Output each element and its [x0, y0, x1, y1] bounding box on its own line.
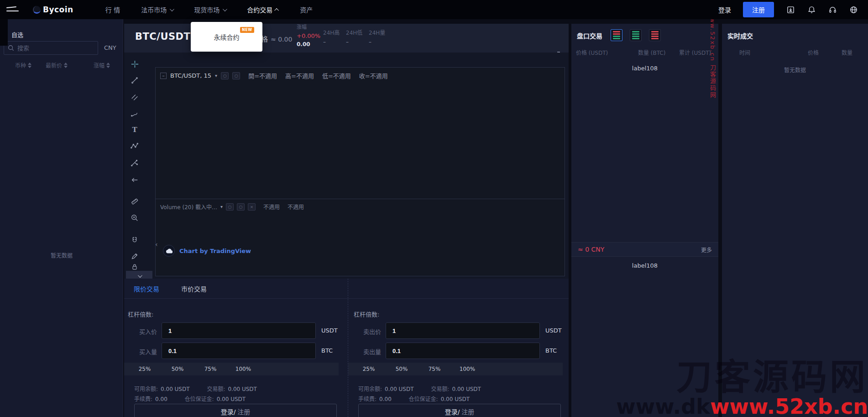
nav-item-market[interactable]: 行 情 [105, 5, 120, 14]
legend-open-value: 開=不適用 [248, 71, 277, 80]
buy-form-column: 买入价 USDT 买入量 BTC 25% 50% 75% 100% 可用余额:0… [124, 279, 342, 417]
buy-amount-label: 买入量 [124, 347, 157, 356]
sell-percent-75[interactable]: 75% [418, 363, 451, 375]
volume-label[interactable]: Volume (20) 載入中… [160, 203, 217, 211]
orderbook-placeholder-row: label108 [571, 262, 718, 269]
buy-percent-100[interactable]: 100% [227, 363, 260, 375]
buy-amount-row: 买入量 BTC [124, 343, 342, 359]
column-symbol[interactable]: 币种 [15, 61, 31, 69]
chart-plot-area[interactable]: – BTC/USDT, 15 ▾ ○ ○ 開=不適用 高=不適用 低=不適用 收… [155, 67, 565, 276]
sell-price-input[interactable] [386, 322, 540, 339]
arrow-left-icon[interactable] [128, 174, 141, 186]
legend-symbol[interactable]: BTC/USDT, 15 [170, 72, 211, 79]
trend-line-icon[interactable] [128, 74, 141, 87]
column-change[interactable]: 涨幅 [94, 61, 110, 69]
forecast-tool-icon[interactable] [128, 157, 141, 169]
sell-login-register-button[interactable]: 登录/注册 [358, 404, 561, 417]
orderbook-view-switcher [611, 29, 661, 41]
dropdown-item-perpetual[interactable]: 永续合约 NEW [214, 32, 240, 42]
download-app-icon[interactable] [786, 5, 795, 14]
orderbook-title: 盘口交易 [577, 31, 602, 40]
chart-legend: – BTC/USDT, 15 ▾ ○ ○ 開=不適用 高=不適用 低=不適用 收… [160, 71, 388, 80]
indicator-close-icon[interactable]: × [248, 203, 256, 211]
chevron-down-icon [223, 7, 227, 11]
buy-price-input[interactable] [162, 322, 316, 339]
currency-selector[interactable]: CNY [104, 44, 116, 51]
buy-percent-75[interactable]: 75% [194, 363, 227, 375]
nav-item-spot[interactable]: 现货市场 [194, 5, 226, 14]
buy-percent-50[interactable]: 50% [161, 363, 194, 375]
collapse-legend-icon[interactable]: – [160, 73, 167, 79]
buy-fee-line: 手续费:0.00 仓位保证金:0.00 USDT [134, 395, 246, 402]
tradingview-logo-icon [163, 245, 175, 257]
brand-logo[interactable]: Bycoin [33, 5, 73, 14]
legend-high-value: 高=不適用 [285, 71, 314, 80]
trades-col-price: 价格 [808, 48, 819, 56]
ruler-icon[interactable] [128, 195, 141, 208]
language-globe-icon[interactable] [849, 5, 858, 14]
chevron-down-icon[interactable]: ▾ [220, 204, 223, 209]
legend-settings-icon[interactable]: ○ [232, 72, 240, 79]
sell-percent-25[interactable]: 25% [352, 363, 385, 375]
notifications-bell-icon[interactable] [807, 5, 816, 14]
sell-price-row: 卖出价 USDT [348, 322, 566, 339]
orderbook-panel: 盘口交易 价格 (USDT) 数量 (BTC) 累计 (USDT) label1… [571, 24, 718, 417]
sell-amount-label: 卖出量 [348, 347, 381, 356]
hamburger-menu-icon[interactable] [6, 6, 20, 13]
orderbook-placeholder-row: label108 [571, 65, 718, 72]
brand-logo-icon [33, 6, 41, 14]
search-input[interactable] [17, 45, 86, 52]
indicator-eye-icon[interactable]: ○ [226, 203, 234, 211]
column-last-price[interactable]: 最新价 [46, 61, 68, 69]
orderbook-col-price: 价格 (USDT) [576, 48, 608, 56]
pane-divider[interactable] [156, 199, 565, 199]
sell-percent-strip: 25% 50% 75% 100% [348, 363, 563, 375]
trades-col-time: 时间 [739, 48, 750, 56]
buy-price-unit: USDT [321, 327, 338, 334]
crosshair-icon[interactable] [128, 58, 141, 70]
brush-icon[interactable] [128, 107, 141, 120]
search-box[interactable] [4, 41, 98, 55]
sell-side-view-icon[interactable] [649, 29, 661, 41]
buy-amount-input[interactable] [162, 343, 316, 359]
buy-login-register-button[interactable]: 登录/注册 [134, 404, 337, 417]
live-trades-panel: 实时成交 时间 价格 数量 暂无数据 [722, 24, 868, 417]
drawer-edge-strip [0, 19, 8, 46]
main-nav: 行 情 法币市场 现货市场 合约交易 资产 [105, 5, 313, 14]
buy-percent-25[interactable]: 25% [128, 363, 161, 375]
parallel-channel-icon[interactable] [128, 91, 141, 104]
xabcd-pattern-icon[interactable] [128, 140, 141, 153]
support-headset-icon[interactable] [828, 5, 837, 14]
sell-amount-input[interactable] [386, 343, 540, 359]
nav-item-fiat[interactable]: 法币市场 [141, 5, 173, 14]
legend-eye-icon[interactable]: ○ [221, 72, 229, 79]
buy-percent-strip: 25% 50% 75% 100% [124, 363, 339, 375]
register-button[interactable]: 注册 [743, 2, 774, 17]
change-block: 涨幅 +0.00% 0.00 [297, 25, 320, 39]
buy-side-view-icon[interactable] [630, 29, 642, 41]
orderbook-col-total: 累计 (USDT) [679, 48, 711, 56]
chevron-up-icon [274, 8, 279, 12]
indicator-settings-icon[interactable]: ○ [237, 203, 245, 211]
sell-percent-50[interactable]: 50% [385, 363, 418, 375]
tradingview-attribution: Chart by TradingView [163, 245, 251, 257]
text-tool-icon[interactable]: T [128, 123, 141, 136]
pair-title: BTC/USDT [135, 31, 190, 42]
both-sides-view-icon[interactable] [611, 29, 622, 41]
sell-price-unit: USDT [545, 327, 562, 334]
magnet-icon[interactable] [128, 234, 141, 247]
tradingview-attribution-link[interactable]: Chart by TradingView [179, 248, 251, 254]
sell-amount-row: 卖出量 BTC [348, 343, 566, 359]
login-link[interactable]: 登录 [718, 5, 731, 14]
nav-item-assets[interactable]: 资产 [300, 5, 313, 14]
sell-price-label: 卖出价 [348, 327, 381, 336]
sell-percent-100[interactable]: 100% [451, 363, 484, 375]
orderbook-more-link[interactable]: 更多 [701, 246, 712, 253]
toolbar-collapse-arrow[interactable]: ‹ [155, 238, 160, 251]
zoom-in-icon[interactable] [128, 211, 141, 224]
buy-balance-line: 可用余额:0.00 USDT 交易额:0.00 USDT [134, 385, 257, 392]
chevron-down-icon[interactable]: ▾ [215, 73, 217, 78]
new-badge: NEW [240, 27, 254, 33]
stat-24h-low: 24H低– [346, 30, 362, 45]
nav-item-contracts[interactable]: 合约交易 [247, 5, 279, 14]
